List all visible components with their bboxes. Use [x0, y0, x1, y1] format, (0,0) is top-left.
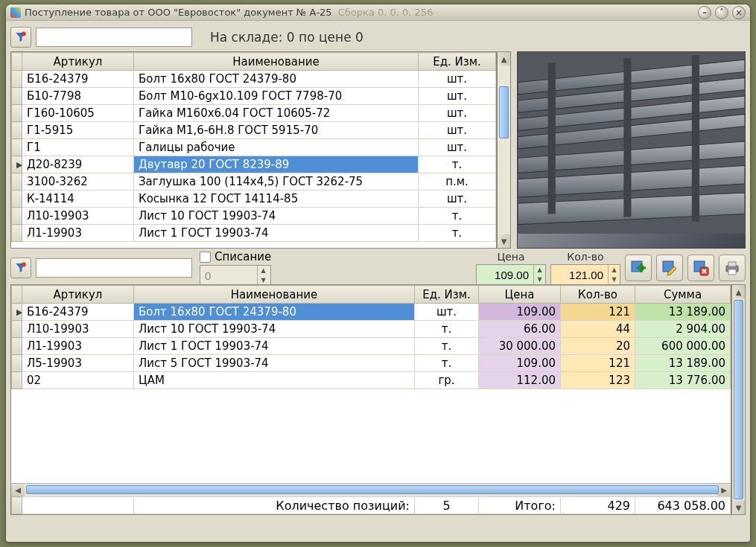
maximize-button[interactable]: ˄ — [715, 6, 728, 19]
scroll-left-icon[interactable]: ◀ — [11, 484, 25, 496]
edit-icon — [661, 259, 679, 277]
chevron-down-icon[interactable]: ▼ — [533, 275, 545, 284]
svg-point-0 — [22, 32, 26, 36]
delete-row-button[interactable] — [687, 255, 714, 281]
writeoff-qty-spin[interactable]: ▲▼ — [200, 265, 271, 286]
col2-article[interactable]: Артикул — [22, 286, 134, 304]
add-icon — [629, 259, 647, 277]
price-spin[interactable]: ▲▼ — [476, 264, 546, 285]
col-article[interactable]: Артикул — [22, 53, 134, 71]
document-grid[interactable]: Артикул Наименование Ед. Изм. Цена Кол-в… — [10, 284, 731, 515]
close-button[interactable]: × — [732, 6, 746, 19]
window-title-extra: Сборка 0. 0. 0. 256 — [338, 7, 433, 18]
col-unit[interactable]: Ед. Изм. — [419, 53, 496, 71]
table-row[interactable]: Л5-19903 Лист 5 ГОСТ 19903-74 т. 109.00 … — [12, 355, 731, 372]
chevron-up-icon[interactable]: ▲ — [608, 265, 620, 275]
total-qty: 429 — [561, 497, 635, 514]
total-sum: 643 058.00 — [635, 497, 731, 514]
table-row[interactable]: ▶ Д20-8239 Двутавр 20 ГОСТ 8239-89 т. — [12, 156, 496, 173]
svg-rect-3 — [623, 58, 631, 217]
filter-icon — [14, 261, 28, 275]
doc-vscrollbar[interactable]: ▲ ▼ — [731, 284, 746, 515]
filter-button[interactable] — [10, 27, 31, 48]
svg-rect-12 — [728, 269, 736, 275]
scroll-down-icon[interactable]: ▼ — [498, 234, 510, 248]
table-row[interactable]: Л1-19903 Лист 1 ГОСТ 19903-74 т. — [12, 225, 496, 242]
table-row[interactable]: К-14114 Косынка 12 ГОСТ 14114-85 шт. — [12, 191, 496, 208]
table-row[interactable]: 3100-3262 Заглушка 100 (114х4,5) ГОСТ 32… — [12, 173, 496, 191]
scroll-up-icon[interactable]: ▲ — [732, 285, 745, 298]
printer-icon — [723, 259, 741, 277]
doc-hscrollbar[interactable]: ◀ ▶ — [11, 483, 731, 496]
filter2-button[interactable] — [10, 257, 31, 278]
print-button[interactable] — [719, 255, 746, 281]
window-title: Поступление товара от ООО "Евровосток" д… — [25, 7, 332, 18]
item-preview-image — [517, 51, 746, 249]
chevron-up-icon[interactable]: ▲ — [533, 265, 545, 275]
table-row[interactable]: Г1-5915 Гайка М1,6-6Н.8 ГОСТ 5915-70 шт. — [12, 122, 496, 139]
col2-name[interactable]: Наименование — [134, 286, 415, 304]
titlebar: Поступление товара от ООО "Евровосток" д… — [6, 4, 750, 21]
svg-rect-4 — [692, 55, 699, 222]
col2-price[interactable]: Цена — [479, 286, 561, 304]
positions-value: 5 — [415, 497, 479, 514]
chevron-up-icon[interactable]: ▲ — [257, 266, 269, 275]
chevron-down-icon[interactable]: ▼ — [608, 275, 620, 284]
qty-label: Кол-во — [567, 251, 603, 263]
add-row-button[interactable] — [625, 255, 652, 281]
table-row[interactable]: Л10-19903 Лист 10 ГОСТ 19903-74 т. — [12, 208, 496, 225]
scroll-down-icon[interactable]: ▼ — [732, 501, 745, 514]
catalog-grid[interactable]: Артикул Наименование Ед. Изм. Б16-24379 … — [10, 51, 497, 249]
table-row[interactable]: Л1-19903 Лист 1 ГОСТ 19903-74 т. 30 000.… — [12, 338, 731, 355]
col-name[interactable]: Наименование — [134, 53, 419, 71]
col2-unit[interactable]: Ед. Изм. — [415, 286, 479, 304]
svg-point-5 — [22, 263, 26, 267]
col2-sum[interactable]: Сумма — [635, 286, 731, 304]
total-label: Итого: — [479, 497, 561, 514]
positions-label: Количество позиций: — [134, 497, 415, 514]
table-row[interactable]: Г1 Галицы рабочие шт. — [12, 139, 496, 156]
writeoff-checkbox[interactable]: Списание — [200, 250, 271, 263]
price-label: Цена — [497, 251, 524, 263]
svg-rect-11 — [728, 262, 736, 266]
search-input[interactable] — [36, 28, 192, 47]
scroll-up-icon[interactable]: ▲ — [498, 52, 510, 65]
table-row[interactable]: Б10-7798 Болт М10-6gх10.109 ГОСТ 7798-70… — [12, 88, 496, 105]
table-row[interactable]: Б16-24379 Болт 16х80 ГОСТ 24379-80 шт. — [12, 71, 496, 88]
delete-icon — [692, 259, 710, 277]
edit-row-button[interactable] — [656, 255, 683, 281]
qty-spin[interactable]: ▲▼ — [550, 264, 620, 285]
filter-icon — [14, 31, 28, 44]
svg-rect-2 — [548, 63, 556, 214]
app-window: Поступление товара от ООО "Евровосток" д… — [5, 4, 751, 543]
search2-input[interactable] — [36, 258, 192, 278]
scroll-right-icon[interactable]: ▶ — [717, 484, 731, 496]
catalog-scrollbar[interactable]: ▲ ▼ — [497, 51, 511, 249]
table-row[interactable]: ▶ Б16-24379 Болт 16х80 ГОСТ 24379-80 шт.… — [12, 304, 731, 321]
col2-qty[interactable]: Кол-во — [561, 286, 635, 304]
table-row[interactable]: 02 ЦАМ гр. 112.00 123 13 776.00 — [12, 372, 731, 389]
table-row[interactable]: Л10-19903 Лист 10 ГОСТ 19903-74 т. 66.00… — [12, 321, 731, 338]
table-row[interactable]: Г160-10605 Гайка М160х6.04 ГОСТ 10605-72… — [12, 105, 496, 122]
minimize-button[interactable]: – — [698, 6, 711, 19]
app-icon — [10, 7, 21, 18]
stock-label: На складе: 0 по цене 0 — [210, 30, 363, 45]
